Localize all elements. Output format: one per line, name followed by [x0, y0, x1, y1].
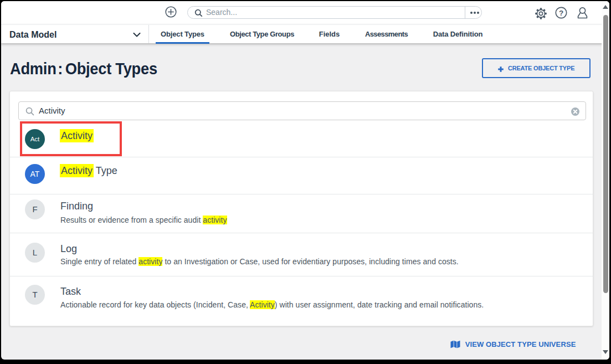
svg-text:?: ?	[559, 9, 563, 17]
